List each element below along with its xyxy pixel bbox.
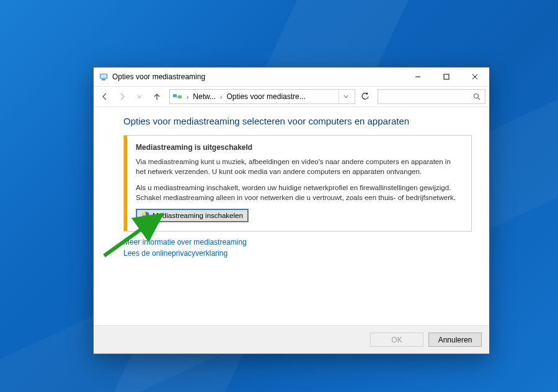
svg-rect-1 (100, 74, 107, 78)
svg-rect-2 (102, 79, 105, 81)
search-input[interactable] (378, 89, 485, 104)
forward-button[interactable] (115, 89, 130, 104)
minimize-button[interactable] (404, 68, 432, 86)
uac-shield-icon (141, 211, 150, 220)
recent-locations-button[interactable] (132, 89, 147, 104)
media-streaming-icon (99, 72, 108, 82)
content-area: Opties voor mediastreaming selecteren vo… (94, 107, 489, 325)
cancel-button[interactable]: Annuleren (428, 333, 482, 347)
address-dropdown-button[interactable] (339, 90, 352, 103)
search-icon (473, 93, 481, 101)
privacy-link[interactable]: Lees de onlineprivacyverklaring (123, 249, 472, 258)
refresh-button[interactable] (358, 89, 373, 104)
svg-rect-7 (173, 94, 177, 97)
svg-line-11 (478, 98, 480, 100)
more-info-link[interactable]: Meer informatie over mediastreaming (123, 238, 472, 246)
breadcrumb-current[interactable]: Opties voor mediastre... (226, 92, 305, 101)
page-title: Opties voor mediastreaming selecteren vo… (123, 116, 472, 126)
enable-mediastreaming-button[interactable]: Mediastreaming inschakelen (136, 209, 249, 222)
close-button[interactable] (461, 68, 489, 86)
control-panel-window: Opties voor mediastreaming › Netw... › O… (93, 67, 490, 354)
up-button[interactable] (149, 89, 164, 104)
chevron-right-icon: › (185, 94, 190, 100)
breadcrumb-network[interactable]: Netw... (193, 92, 216, 101)
network-icon (172, 92, 182, 102)
panel-heading: Mediastreaming is uitgeschakeld (136, 143, 461, 152)
panel-paragraph-2: Als u mediastreaming inschakelt, worden … (136, 183, 461, 203)
enable-button-label: Mediastreaming inschakelen (153, 212, 243, 219)
svg-rect-8 (178, 95, 182, 98)
status-panel: Mediastreaming is uitgeschakeld Via medi… (123, 135, 472, 232)
chevron-right-icon: › (218, 94, 224, 100)
svg-point-10 (474, 94, 479, 98)
maximize-button[interactable] (432, 68, 461, 86)
dialog-footer: OK Annuleren (94, 325, 489, 354)
svg-rect-4 (444, 74, 449, 79)
panel-paragraph-1: Via mediastreaming kunt u muziek, afbeel… (136, 157, 461, 176)
titlebar: Opties voor mediastreaming (94, 68, 489, 86)
back-button[interactable] (97, 89, 112, 104)
ok-button: OK (370, 333, 423, 347)
address-bar[interactable]: › Netw... › Opties voor mediastre... (169, 89, 355, 104)
navigation-bar: › Netw... › Opties voor mediastre... (94, 86, 489, 107)
window-title: Opties voor mediastreaming (112, 72, 404, 81)
